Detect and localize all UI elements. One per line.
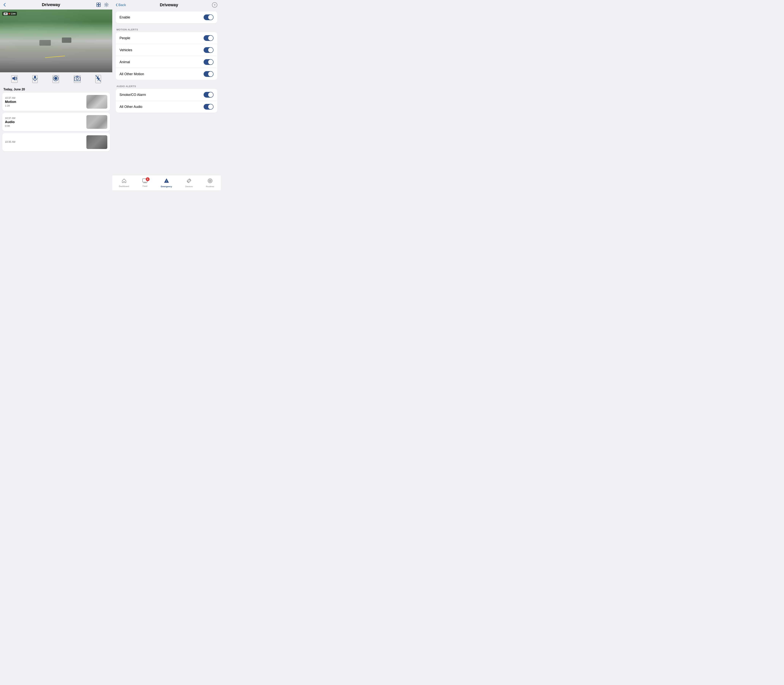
feed-thumb-2 [86,115,107,129]
svg-text:!: ! [166,180,167,183]
feed-type-1: Motion [5,100,84,104]
feed-duration-2: 0:08 [5,125,84,127]
svg-point-19 [208,179,212,183]
enable-label: Enable [120,15,130,19]
resolution-badge: 2K [3,13,8,15]
settings-scroll: Enable MOTION ALERTS People Vehicles [112,10,221,190]
feed-item-2[interactable]: 10:37 AM Audio 0:08 [2,113,110,131]
enable-toggle[interactable] [204,15,214,20]
feed-info-3: 10:35 AM [5,140,84,144]
feed-time-3: 10:35 AM [5,140,84,143]
toggle-knob-all-audio [208,104,213,109]
feed-type-2: Audio [5,120,84,124]
nav-item-dashboard[interactable]: Dashboard [117,177,131,188]
svg-rect-1 [99,3,101,5]
all-other-audio-label: All Other Audio [120,105,142,109]
thumb-image-2 [86,115,107,129]
svg-marker-5 [12,76,15,81]
svg-rect-0 [97,3,98,5]
smoke-co-toggle[interactable] [204,92,214,97]
people-row: People [116,32,218,44]
svg-point-9 [54,77,57,80]
svg-point-21 [210,180,211,181]
feed-list: 10:37 AM Motion 1:28 10:37 AM Audio 0:08… [0,93,112,190]
motion-alerts-section-title: MOTION ALERTS [116,27,218,32]
nav-item-emergency[interactable]: ! Emergency [159,177,174,189]
thumb-image-1 [86,95,107,109]
nav-label-dashboard: Dashboard [119,185,129,187]
emergency-icon: ! [164,178,169,185]
nav-item-routines[interactable]: Routines [204,177,216,189]
right-title: Driveway [160,2,178,7]
all-other-motion-row: All Other Motion [116,68,218,80]
nav-item-devices[interactable]: Devices [183,177,195,189]
feed-badge: 8 [146,177,149,181]
right-back-label: Back [118,3,126,7]
microphone-button[interactable] [32,75,38,83]
devices-icon [186,178,192,185]
vehicles-row: Vehicles [116,44,218,56]
nav-item-feed[interactable]: 8 Feed [140,177,150,188]
record-button[interactable] [52,75,59,83]
speaker-button[interactable] [11,75,18,83]
motion-alerts-card: People Vehicles Animal All Other Motion [116,32,218,80]
left-header-icons [96,2,109,7]
flash-off-button[interactable] [95,75,101,83]
svg-rect-6 [34,76,36,79]
toggle-knob-all-motion [208,71,213,76]
svg-rect-2 [97,5,98,6]
feed-duration-1: 1:28 [5,104,84,107]
settings-icon-button[interactable] [104,2,109,7]
date-header: Today, June 20 [0,86,112,93]
camera-overlay [0,10,112,72]
vehicles-toggle[interactable] [204,47,214,53]
feed-time-1: 10:37 AM [5,96,84,99]
feed-info-1: 10:37 AM Motion 1:28 [5,96,84,107]
feed-icon: 8 [142,179,148,184]
svg-point-18 [188,180,189,181]
camera-view[interactable]: 2K Live [0,10,112,72]
feed-info-2: 10:37 AM Audio 0:08 [5,117,84,127]
nav-label-routines: Routines [206,185,214,188]
right-header: Back Driveway ? [112,0,221,10]
all-other-motion-toggle[interactable] [204,71,214,77]
routines-icon [208,178,213,185]
bottom-nav: Dashboard 8 Feed ! Emergency [112,175,221,190]
all-other-motion-label: All Other Motion [120,72,144,76]
enable-card: Enable [116,11,218,23]
people-toggle[interactable] [204,35,214,41]
vehicles-label: Vehicles [120,48,132,52]
feed-thumb-1 [86,95,107,109]
svg-point-20 [209,180,211,182]
toggle-knob-enable [208,15,213,20]
svg-point-11 [76,78,78,80]
all-other-audio-row: All Other Audio [116,101,218,113]
right-panel: Back Driveway ? Enable MOTION ALERTS Peo… [112,0,221,190]
right-back-button[interactable]: Back [116,3,126,7]
dashboard-icon [122,178,127,184]
live-badge: 2K Live [2,12,17,16]
animal-label: Animal [120,60,130,64]
snapshot-button[interactable] [74,75,81,83]
live-indicator [8,13,10,15]
toggle-knob-vehicles [208,47,213,52]
left-panel: Driveway [0,0,112,190]
left-back-button[interactable] [3,3,6,6]
toggle-knob-animal [208,60,213,65]
live-text: Live [11,12,16,15]
toggle-knob-people [208,36,213,41]
animal-row: Animal [116,56,218,68]
all-other-audio-toggle[interactable] [204,104,214,110]
toggle-knob-smoke [208,92,213,97]
nav-label-feed: Feed [143,185,147,187]
control-bar [0,72,112,86]
feed-item-3[interactable]: 10:35 AM [2,133,110,151]
animal-toggle[interactable] [204,59,214,65]
audio-alerts-card: Smoke/CO Alarm All Other Audio [116,89,218,113]
svg-rect-3 [99,5,101,6]
feed-thumb-3 [86,135,107,149]
feed-item-1[interactable]: 10:37 AM Motion 1:28 [2,93,110,111]
audio-alerts-section-title: AUDIO ALERTS [116,83,218,89]
grid-icon-button[interactable] [96,2,101,7]
help-button[interactable]: ? [212,2,218,8]
